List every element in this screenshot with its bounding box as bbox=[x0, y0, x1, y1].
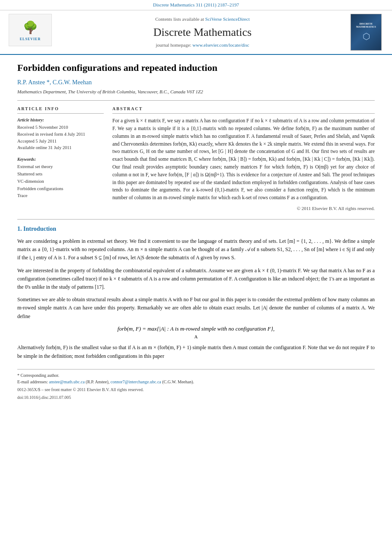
footnote-area: * Corresponding author. E-mail addresses… bbox=[17, 369, 375, 401]
email-footnote: E-mail addresses: anstee@math.ubc.ca (R.… bbox=[17, 379, 375, 385]
journal-title: Discrete Mathematics bbox=[61, 25, 344, 40]
article-affiliation: Mathematics Department, The University o… bbox=[17, 89, 375, 95]
keyword-item: Trace bbox=[17, 192, 104, 200]
corresponding-author-label: * Corresponding author. bbox=[17, 373, 59, 378]
cover-graphic-icon: ⬡ bbox=[363, 30, 370, 42]
elsevier-tree-icon: 🌳 bbox=[23, 19, 38, 36]
math-formula: forb(m, F) = max{|A| : A is m-rowed simp… bbox=[118, 325, 274, 332]
email2-author-name: (C.G.W. Meehan). bbox=[162, 379, 194, 384]
cover-title: DISCRETEMATHEMATICS bbox=[356, 22, 376, 29]
journal-cover-image: DISCRETEMATHEMATICS ⬡ bbox=[351, 14, 382, 51]
accepted-date: Accepted 5 July 2011 bbox=[17, 138, 104, 145]
doi-line: doi:10.1016/j.disc.2011.07.005 bbox=[17, 395, 375, 401]
divider-after-affiliation bbox=[17, 100, 375, 101]
abstract-header: ABSTRACT bbox=[112, 106, 375, 114]
keyword-item: Extremal set theory bbox=[17, 163, 104, 171]
journal-homepage-line: journal homepage: www.elsevier.com/locat… bbox=[61, 42, 344, 48]
divider-before-intro bbox=[17, 219, 375, 220]
email-link-1[interactable]: anstee@math.ubc.ca bbox=[49, 379, 85, 384]
revised-date: Received in revised form 4 July 2011 bbox=[17, 131, 104, 138]
issn-line: 0012-365X/$ – see front matter © 2011 El… bbox=[17, 387, 375, 393]
keyword-item: VC-dimension bbox=[17, 178, 104, 185]
history-label: Article history: bbox=[17, 117, 104, 123]
keywords-label: Keywords: bbox=[17, 156, 104, 162]
journal-citation: Discrete Mathematics 311 (2011) 2187–219… bbox=[153, 2, 239, 7]
received-date: Received 5 November 2010 bbox=[17, 124, 104, 131]
intro-post-math: Alternatively forb(m, F) is the smallest… bbox=[17, 344, 375, 360]
forb-definition-math: forb(m, F) = max{|A| : A is m-rowed simp… bbox=[17, 325, 375, 333]
elsevier-wordmark: ELSEVIER bbox=[20, 37, 41, 41]
homepage-prefix: journal homepage: bbox=[156, 42, 192, 48]
intro-paragraph-2: We are interested in the property of for… bbox=[17, 267, 375, 292]
copyright-notice: © 2011 Elsevier B.V. All rights reserved… bbox=[112, 205, 375, 212]
article-title: Forbidden configurations and repeated in… bbox=[17, 61, 375, 75]
email-label: E-mail addresses: bbox=[17, 379, 48, 384]
corresponding-author-note: * Corresponding author. bbox=[17, 372, 375, 379]
math-subscript-label: A bbox=[17, 334, 375, 340]
keywords-block: Keywords: Extremal set theory Shattered … bbox=[17, 156, 104, 200]
intro-paragraph-1: We are considering a problem in extremal… bbox=[17, 237, 375, 262]
elsevier-logo-container: 🌳 ELSEVIER bbox=[9, 14, 56, 51]
journal-citation-bar: Discrete Mathematics 311 (2011) 2187–219… bbox=[0, 0, 392, 10]
email1-author-name: (R.P. Anstee), bbox=[86, 379, 109, 384]
intro-paragraph-3: Sometimes we are able to obtain structur… bbox=[17, 296, 375, 321]
article-info-column: ARTICLE INFO Article history: Received 5… bbox=[17, 106, 104, 212]
journal-cover-container: DISCRETEMATHEMATICS ⬡ bbox=[349, 14, 383, 51]
homepage-link[interactable]: www.elsevier.com/locate/disc bbox=[192, 42, 249, 48]
introduction-section-title: 1. Introduction bbox=[17, 225, 375, 233]
article-authors: R.P. Anstee *, C.G.W. Meehan bbox=[17, 78, 375, 87]
journal-header-center: Contents lists available at SciVerse Sci… bbox=[61, 14, 344, 51]
keyword-item: Forbidden configurations bbox=[17, 185, 104, 193]
available-date: Available online 31 July 2011 bbox=[17, 144, 104, 151]
sciverse-link[interactable]: SciVerse ScienceDirect bbox=[205, 16, 250, 22]
abstract-column: ABSTRACT For a given k × ℓ matrix F, we … bbox=[112, 106, 375, 212]
keyword-item: Shattered sets bbox=[17, 171, 104, 178]
main-content: Forbidden configurations and repeated in… bbox=[0, 55, 392, 409]
keywords-list: Extremal set theory Shattered sets VC-di… bbox=[17, 163, 104, 200]
article-info-header: ARTICLE INFO bbox=[17, 106, 104, 114]
elsevier-logo: 🌳 ELSEVIER bbox=[9, 14, 52, 46]
journal-header: 🌳 ELSEVIER Contents lists available at S… bbox=[0, 10, 392, 55]
article-history-block: Article history: Received 5 November 201… bbox=[17, 117, 104, 151]
email-link-2[interactable]: connor7@interchange.ubc.ca bbox=[111, 379, 161, 384]
abstract-text: For a given k × ℓ matrix F, we say a mat… bbox=[112, 117, 375, 202]
article-info-abstract-section: ARTICLE INFO Article history: Received 5… bbox=[17, 106, 375, 212]
sciverse-link-line: Contents lists available at SciVerse Sci… bbox=[61, 16, 344, 22]
sciverse-prefix: Contents lists available at bbox=[155, 16, 205, 22]
